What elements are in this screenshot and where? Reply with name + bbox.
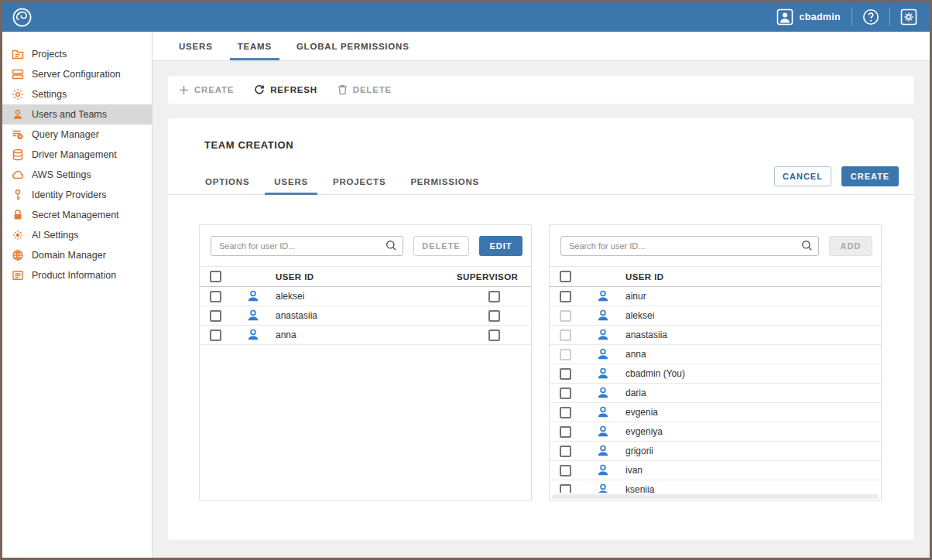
col-user-id: USER ID (276, 272, 457, 282)
row-checkbox[interactable] (560, 368, 571, 380)
sidebar-item-product-information[interactable]: Product Information (2, 265, 152, 285)
chip-icon (12, 229, 24, 241)
member-search-input[interactable] (211, 236, 403, 256)
user-icon (596, 483, 610, 493)
user-menu[interactable]: cbadmin (766, 9, 852, 26)
user-id-cell: aleksei (276, 291, 457, 302)
horizontal-scrollbar[interactable] (552, 494, 879, 499)
row-checkbox[interactable] (560, 465, 571, 476)
sidebar-item-label: AI Settings (32, 230, 78, 241)
sidebar-item-ai-settings[interactable]: AI Settings (2, 225, 152, 245)
avatar-icon (776, 9, 793, 26)
sidebar-item-users-and-teams[interactable]: Users and Teams (2, 104, 152, 125)
table-row[interactable]: grigorii (550, 442, 881, 461)
table-row[interactable]: evgeniya (550, 422, 881, 442)
member-rows: aleksei anastasiia anna (200, 287, 531, 345)
projects-icon (12, 48, 24, 60)
remove-users-button[interactable]: DELETE (413, 236, 469, 256)
user-icon (596, 405, 610, 419)
member-search (211, 236, 403, 256)
user-icon (596, 309, 610, 323)
row-checkbox[interactable] (210, 330, 221, 341)
user-search (560, 236, 819, 256)
search-icon (801, 240, 813, 251)
sidebar-item-secret-management[interactable]: Secret Management (2, 205, 152, 225)
user-id-cell: anastasiia (276, 310, 457, 321)
add-users-button[interactable]: ADD (829, 236, 872, 256)
lock-icon (12, 209, 24, 221)
row-checkbox[interactable] (560, 291, 571, 302)
table-row[interactable]: ivan (550, 461, 881, 480)
table-row[interactable]: aleksei (550, 306, 881, 326)
table-row[interactable]: anna (200, 326, 531, 345)
select-all-checkbox[interactable] (560, 271, 571, 282)
sidebar-item-aws-settings[interactable]: AWS Settings (2, 165, 152, 185)
user-icon (596, 386, 610, 400)
create-team-button[interactable]: CREATE (179, 85, 234, 95)
tab-teams[interactable]: TEAMS (225, 32, 284, 60)
top-bar: cbadmin (2, 2, 930, 32)
create-button[interactable]: CREATE (841, 166, 899, 186)
table-row[interactable]: ainur (550, 287, 881, 306)
help-button[interactable] (852, 9, 889, 26)
supervisor-checkbox[interactable] (488, 310, 500, 322)
query-icon (12, 128, 24, 141)
row-checkbox[interactable] (560, 407, 571, 418)
row-checkbox (560, 349, 571, 360)
row-checkbox[interactable] (210, 310, 221, 322)
user-icon (596, 444, 610, 458)
sidebar-item-projects[interactable]: Projects (2, 44, 152, 64)
table-row[interactable]: anastasiia (550, 326, 881, 345)
sidebar-item-label: Settings (32, 89, 67, 100)
user-id-cell: grigorii (625, 446, 881, 456)
select-all-checkbox[interactable] (210, 271, 221, 282)
tab-users[interactable]: USERS (166, 32, 225, 60)
row-checkbox[interactable] (560, 426, 571, 438)
sidebar-item-identity-providers[interactable]: Identity Providers (2, 185, 152, 205)
plus-icon (179, 85, 189, 95)
main-area: USERS TEAMS GLOBAL PERMISSIONS CREATE RE… (152, 32, 930, 558)
sidebar-item-label: Server Configuration (32, 69, 121, 80)
refresh-button[interactable]: REFRESH (254, 84, 317, 95)
edit-users-button[interactable]: EDIT (479, 236, 523, 256)
table-row[interactable]: daria (550, 384, 881, 403)
team-members-table: DELETE EDIT USER ID SUPERVISOR aleksei a… (199, 224, 532, 501)
user-search-input[interactable] (560, 236, 819, 256)
table-header: USER ID SUPERVISOR (200, 266, 531, 287)
sidebar-item-domain-manager[interactable]: Domain Manager (2, 245, 152, 265)
table-row[interactable]: anastasiia (200, 306, 531, 326)
table-row[interactable]: evgenia (550, 403, 881, 422)
subtab-projects[interactable]: PROJECTS (320, 169, 398, 194)
sidebar-item-settings[interactable]: Settings (2, 84, 152, 104)
user-icon (12, 108, 24, 121)
sidebar: ProjectsServer ConfigurationSettingsUser… (2, 32, 152, 558)
user-id-cell: anna (625, 349, 881, 360)
sidebar-item-driver-management[interactable]: Driver Management (2, 145, 152, 165)
content-area: CREATE REFRESH DELETE (152, 61, 930, 558)
supervisor-checkbox[interactable] (488, 330, 500, 341)
row-checkbox[interactable] (210, 291, 221, 302)
creation-tab-bar: OPTIONS USERS PROJECTS PERMISSIONS CANCE… (168, 166, 914, 195)
sidebar-item-label: Domain Manager (32, 250, 106, 261)
delete-team-button[interactable]: DELETE (338, 84, 392, 95)
table-row[interactable]: cbadmin (You) (550, 364, 881, 384)
settings-button[interactable] (890, 9, 919, 26)
user-icon (246, 309, 260, 323)
table-row[interactable]: anna (550, 345, 881, 364)
sidebar-item-server-configuration[interactable]: Server Configuration (2, 64, 152, 84)
supervisor-checkbox[interactable] (488, 291, 500, 302)
cancel-button[interactable]: CANCEL (774, 166, 831, 186)
subtab-permissions[interactable]: PERMISSIONS (398, 169, 492, 194)
subtab-options[interactable]: OPTIONS (193, 169, 262, 194)
row-checkbox[interactable] (560, 446, 571, 457)
sidebar-item-query-manager[interactable]: Query Manager (2, 125, 152, 145)
subtab-users[interactable]: USERS (262, 169, 320, 194)
table-row[interactable]: aleksei (200, 287, 531, 306)
gear-icon (900, 9, 917, 26)
tab-global-permissions[interactable]: GLOBAL PERMISSIONS (284, 32, 422, 60)
row-checkbox[interactable] (560, 388, 571, 399)
all-users-table: ADD USER ID ainur aleksei anastasiia ann… (549, 224, 882, 501)
user-icon (246, 289, 260, 303)
table-row[interactable]: kseniia (550, 480, 881, 493)
row-checkbox[interactable] (560, 484, 571, 493)
